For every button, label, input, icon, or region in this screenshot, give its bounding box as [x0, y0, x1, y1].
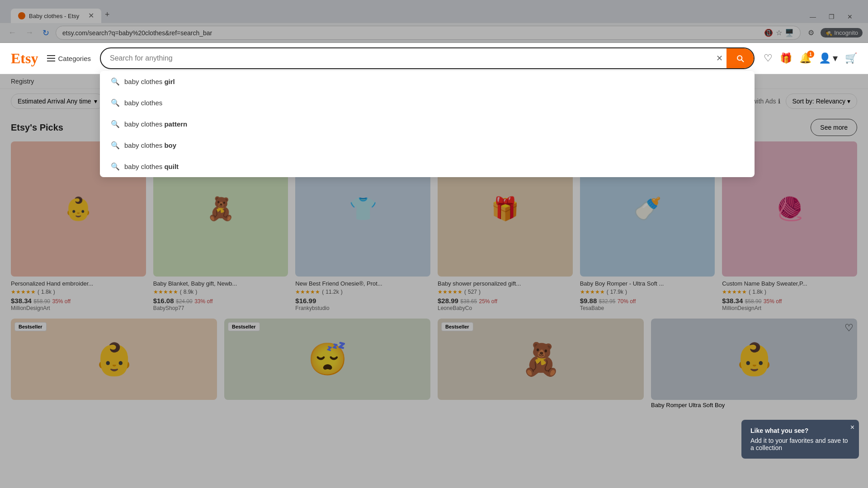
- search-input[interactable]: [101, 49, 712, 68]
- etsy-header: Etsy Categories ✕: [0, 43, 868, 74]
- autocomplete-item-0[interactable]: 🔍 baby clothes girl: [100, 71, 755, 92]
- search-container: ✕ 🔍 baby clothes girl 🔍 baby clothes: [100, 47, 755, 69]
- autocomplete-text-1: baby clothes: [124, 99, 162, 107]
- autocomplete-search-icon-2: 🔍: [111, 120, 120, 128]
- search-bar: ✕: [100, 47, 755, 69]
- autocomplete-search-icon-4: 🔍: [111, 162, 120, 171]
- autocomplete-item-1[interactable]: 🔍 baby clothes: [100, 92, 755, 113]
- autocomplete-text-2: baby clothes pattern: [124, 120, 187, 128]
- autocomplete-search-icon-3: 🔍: [111, 141, 120, 150]
- categories-button[interactable]: Categories: [47, 55, 91, 62]
- search-icon: [736, 54, 745, 63]
- notifications-button[interactable]: 🔔 1: [799, 52, 811, 64]
- gift-registry-button[interactable]: 🎁: [780, 52, 792, 64]
- tooltip-title: Like what you see?: [750, 427, 850, 434]
- hamburger-icon: [47, 55, 55, 61]
- autocomplete-item-4[interactable]: 🔍 baby clothes quilt: [100, 156, 755, 177]
- search-clear-button[interactable]: ✕: [712, 53, 726, 63]
- autocomplete-search-icon-0: 🔍: [111, 77, 120, 86]
- autocomplete-search-icon-1: 🔍: [111, 99, 120, 107]
- header-right: ♡ 🎁 🔔 1 👤 ▾ 🛒: [764, 52, 857, 64]
- categories-label: Categories: [58, 55, 91, 62]
- user-account-button[interactable]: 👤 ▾: [819, 52, 838, 64]
- tooltip-close-button[interactable]: ×: [850, 423, 854, 432]
- tooltip-popup: × Like what you see? Add it to your favo…: [741, 420, 859, 459]
- etsy-logo[interactable]: Etsy: [11, 50, 38, 67]
- user-icon: 👤: [819, 52, 831, 64]
- autocomplete-item-2[interactable]: 🔍 baby clothes pattern: [100, 113, 755, 135]
- autocomplete-text-3: baby clothes boy: [124, 141, 176, 149]
- autocomplete-text-0: baby clothes girl: [124, 78, 175, 85]
- autocomplete-item-3[interactable]: 🔍 baby clothes boy: [100, 135, 755, 156]
- cart-button[interactable]: 🛒: [845, 52, 857, 64]
- autocomplete-dropdown: 🔍 baby clothes girl 🔍 baby clothes 🔍 bab…: [100, 71, 755, 177]
- search-submit-button[interactable]: [726, 48, 754, 68]
- notification-badge: 1: [807, 51, 814, 58]
- tooltip-body: Add it to your favorites and save to a c…: [750, 437, 850, 451]
- user-dropdown-icon: ▾: [833, 52, 838, 64]
- favorites-button[interactable]: ♡: [764, 52, 773, 64]
- autocomplete-text-4: baby clothes quilt: [124, 163, 179, 170]
